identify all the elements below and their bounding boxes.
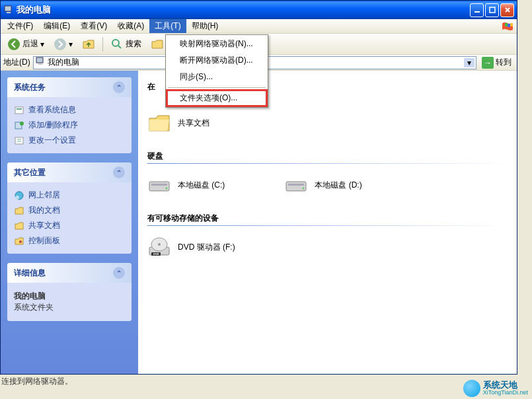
body: 系统任务 ⌃ 查看系统信息 添加/删除程序 (1, 71, 517, 374)
svg-rect-1 (7, 12, 11, 13)
link-shared-docs[interactable]: 共享文档 (14, 218, 125, 233)
menu-sync[interactable]: 同步(S)... (167, 69, 267, 85)
item-label: 本地磁盘 (C:) (178, 180, 225, 191)
go-icon: → (482, 57, 494, 69)
details-text: 我的电脑 系统文件夹 (14, 288, 125, 316)
panel-body: 我的电脑 系统文件夹 (7, 283, 132, 321)
folder-icon (14, 221, 24, 231)
section-disks: 硬盘 (147, 151, 508, 162)
forward-button[interactable]: ▾ (50, 36, 77, 52)
dropdown-arrow-icon[interactable]: ▾ (464, 58, 475, 67)
svg-rect-2 (475, 11, 480, 13)
item-disk-c[interactable]: 本地磁盘 (C:) (147, 173, 225, 197)
menu-disconnect-drive[interactable]: 断开网络驱动器(D)... (167, 52, 267, 69)
svg-point-23 (166, 188, 168, 190)
item-disk-d[interactable]: 本地磁盘 (D:) (284, 173, 361, 197)
panel-body: 查看系统信息 添加/删除程序 更改一个设置 (7, 97, 132, 153)
details-sub: 系统文件夹 (14, 303, 54, 312)
titlebar-buttons (470, 3, 514, 17)
link-change-setting[interactable]: 更改一个设置 (14, 133, 125, 148)
svg-rect-11 (36, 57, 43, 63)
panel-system-tasks: 系统任务 ⌃ 查看系统信息 添加/删除程序 (7, 77, 132, 153)
svg-rect-7 (510, 23, 513, 26)
drive-icon (147, 173, 171, 197)
control-icon (14, 236, 24, 246)
window: 我的电脑 文件(F) 编辑(E) 查看(V) 收藏(A) 工具(T) 帮助(H) (0, 0, 517, 375)
menu-tools[interactable]: 工具(T) (149, 19, 186, 33)
forward-icon (54, 38, 67, 51)
svg-rect-17 (15, 137, 23, 144)
tools-dropdown: 映射网络驱动器(N)... 断开网络驱动器(D)... 同步(S)... 文件夹… (165, 34, 268, 108)
svg-rect-14 (17, 108, 22, 110)
link-system-info[interactable]: 查看系统信息 (14, 102, 125, 118)
sidebar: 系统任务 ⌃ 查看系统信息 添加/删除程序 (1, 71, 138, 374)
panel-details: 详细信息 ⌃ 我的电脑 系统文件夹 (7, 263, 132, 321)
section-divider (147, 225, 508, 226)
link-add-remove[interactable]: 添加/删除程序 (14, 118, 125, 133)
panel-other-places: 其它位置 ⌃ 网上邻居 我的文档 (7, 163, 132, 254)
documents-icon (14, 205, 24, 216)
dropdown-arrow-icon: ▾ (40, 40, 44, 49)
link-my-documents[interactable]: 我的文档 (14, 203, 125, 218)
toolbar-separator (102, 37, 103, 52)
item-label: DVD 驱动器 (F:) (178, 242, 235, 253)
window-title: 我的电脑 (17, 4, 470, 16)
svg-rect-5 (505, 23, 508, 26)
menu-file[interactable]: 文件(F) (2, 19, 38, 33)
panel-body: 网上邻居 我的文档 共享文档 (7, 182, 132, 254)
panel-header[interactable]: 系统任务 ⌃ (7, 77, 132, 97)
menu-favorites[interactable]: 收藏(A) (112, 19, 149, 33)
computer-icon (35, 56, 46, 69)
menu-view[interactable]: 查看(V) (75, 19, 112, 33)
windows-logo-icon (500, 20, 515, 32)
back-button[interactable]: 后退 ▾ (3, 36, 48, 52)
chevron-up-icon[interactable]: ⌃ (113, 81, 125, 93)
dvd-drive-icon: DVD (147, 235, 171, 259)
link-label: 查看系统信息 (28, 104, 76, 116)
search-label: 搜索 (126, 38, 141, 50)
menu-help[interactable]: 帮助(H) (186, 19, 224, 33)
row-removable: DVD DVD 驱动器 (F:) (147, 235, 508, 259)
chevron-up-icon[interactable]: ⌃ (113, 166, 125, 178)
menu-folder-options[interactable]: 文件夹选项(O)... (167, 90, 267, 106)
svg-rect-21 (149, 182, 169, 191)
item-shared-docs[interactable]: 共享文档 (147, 111, 209, 135)
item-label: 本地磁盘 (D:) (315, 180, 361, 191)
link-label: 网上邻居 (28, 190, 60, 201)
folder-icon (147, 111, 171, 135)
item-label: 共享文档 (178, 118, 209, 129)
computer-icon (3, 5, 14, 15)
drive-icon (284, 173, 308, 197)
svg-rect-3 (490, 7, 495, 13)
svg-point-16 (20, 122, 24, 126)
section-removable: 有可移动存储的设备 (147, 213, 508, 224)
back-icon (7, 38, 20, 51)
svg-point-9 (54, 38, 66, 50)
link-network-places[interactable]: 网上邻居 (14, 188, 125, 203)
up-button[interactable] (78, 36, 99, 52)
svg-rect-12 (38, 63, 42, 65)
search-button[interactable]: 搜索 (106, 36, 145, 52)
minimize-button[interactable] (470, 3, 484, 17)
panel-header[interactable]: 其它位置 ⌃ (7, 163, 132, 182)
row-shared: 共享文档 (147, 111, 508, 135)
search-icon (110, 38, 124, 51)
settings-icon (14, 135, 24, 146)
maximize-button[interactable] (485, 3, 499, 17)
menu-map-drive[interactable]: 映射网络驱动器(N)... (167, 36, 267, 52)
menu-edit[interactable]: 编辑(E) (38, 19, 75, 33)
panel-header[interactable]: 详细信息 ⌃ (7, 263, 132, 283)
section-divider (147, 163, 508, 164)
chevron-up-icon[interactable]: ⌃ (113, 267, 125, 279)
programs-icon (14, 120, 24, 131)
link-label: 控制面板 (28, 235, 60, 246)
link-control-panel[interactable]: 控制面板 (14, 233, 125, 248)
item-dvd-drive[interactable]: DVD DVD 驱动器 (F:) (147, 235, 235, 259)
panel-title: 系统任务 (14, 82, 46, 93)
svg-point-29 (158, 243, 161, 246)
folder-up-icon (82, 38, 95, 51)
menu-separator (168, 87, 266, 88)
svg-text:DVD: DVD (153, 252, 159, 256)
go-button[interactable]: → 转到 (479, 57, 514, 69)
close-button[interactable] (500, 3, 514, 17)
